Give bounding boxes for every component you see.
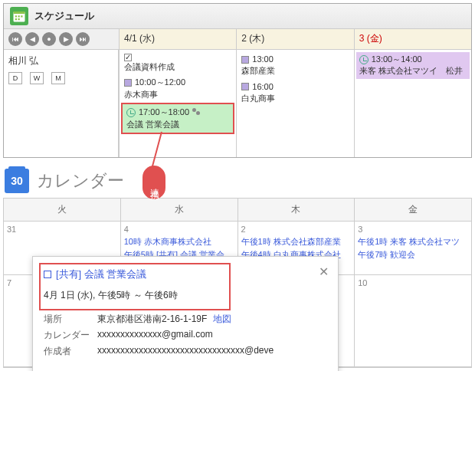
svg-rect-4 [21, 15, 22, 17]
event-item[interactable]: 13:00 森部産業 [238, 52, 352, 79]
calendar-cell[interactable]: 10 [355, 275, 471, 366]
event-title: 会議資料作成 [124, 61, 231, 73]
event-title: 森部産業 [241, 65, 349, 77]
cell-date: 10 [358, 278, 468, 287]
popup-creator-row: 作成者 xxxxxxxxxxxxxxxxxxxxxxxxxxxxxxxx@dev… [44, 345, 327, 358]
nav-next-icon[interactable]: ▶ [59, 32, 73, 46]
popup-calendar-label: カレンダー [44, 329, 97, 342]
cell-event[interactable]: 午後1時 来客 株式会社マツ [358, 235, 468, 248]
popup-time: 4月 1日 (水), 午後5時 ～ 午後6時 [44, 289, 327, 302]
day-col-wed: 会議資料作成 10:00～12:00 赤木商事 17:00～18:00 会議 営… [119, 50, 236, 157]
square-icon [241, 83, 249, 90]
event-item[interactable]: 会議資料作成 [121, 52, 234, 74]
day-header-thu: 2 (木) [236, 29, 353, 49]
popup-location-row: 場所 東京都港区港南2-16-1-19F地図 [44, 313, 327, 326]
view-week-button[interactable]: W [30, 72, 44, 84]
connector-badge: 連携 [142, 166, 165, 199]
nav-first-icon[interactable]: ⏮ [8, 32, 22, 46]
popup-creator-value: xxxxxxxxxxxxxxxxxxxxxxxxxxxxxxxx@deve [97, 345, 274, 358]
nav-prev-icon[interactable]: ◀ [25, 32, 39, 46]
view-day-button[interactable]: D [8, 72, 22, 84]
svg-rect-2 [15, 15, 17, 17]
event-time: 13:00 [252, 54, 274, 65]
cal-header-tue: 火 [4, 199, 121, 221]
close-icon[interactable]: ✕ [319, 264, 329, 279]
day-header-wed: 4/1 (水) [119, 29, 236, 49]
nav-buttons: ⏮ ◀ ● ▶ ⏭ [4, 29, 119, 49]
event-title: 白丸商事 [241, 93, 349, 104]
view-month-button[interactable]: M [51, 72, 65, 84]
cell-date: 31 [7, 225, 117, 234]
day-header-fri: 3 (金) [354, 29, 471, 49]
square-icon [44, 271, 51, 278]
event-time: 10:00～12:00 [135, 77, 185, 88]
day-columns: 会議資料作成 10:00～12:00 赤木商事 17:00～18:00 会議 営… [119, 50, 471, 157]
user-column: 相川 弘 D W M [4, 50, 119, 157]
popup-calendar-row: カレンダー xxxxxxxxxxxxxx@gmail.com [44, 329, 327, 342]
popup-header: [共有] 会議 営業会議 [44, 268, 327, 281]
calendar-day-headers: 火 水 木 金 [4, 199, 471, 222]
calendar-title: カレンダー [37, 169, 124, 192]
calendar-header: 30 カレンダー [3, 164, 472, 198]
cal-header-thu: 木 [238, 199, 355, 221]
schedule-header: スケジュール [4, 4, 471, 29]
popup-location-label: 場所 [44, 313, 97, 326]
popup-title[interactable]: [共有] 会議 営業会議 [56, 268, 146, 281]
view-buttons: D W M [8, 72, 113, 84]
event-item[interactable]: 10:00～12:00 赤木商事 [121, 75, 234, 102]
event-title: 来客 株式会社マツイ 松井 [359, 65, 467, 77]
clock-icon [359, 55, 369, 64]
popup-location-value: 東京都港区港南2-16-1-19F地図 [97, 313, 231, 326]
event-time: 13:00～14:00 [372, 54, 422, 65]
schedule-panel: スケジュール ⏮ ◀ ● ▶ ⏭ 4/1 (水) 2 (木) 3 (金) 相川 … [3, 3, 472, 158]
people-icon [192, 108, 201, 117]
square-icon [124, 79, 132, 87]
schedule-app-icon [10, 7, 28, 25]
event-time: 16:00 [252, 81, 274, 93]
cell-date: 4 [124, 225, 234, 234]
svg-rect-6 [18, 18, 20, 20]
cal-header-fri: 金 [355, 199, 471, 221]
event-item[interactable]: 16:00 白丸商事 [238, 80, 352, 107]
day-col-fri: 13:00～14:00 来客 株式会社マツイ 松井 [354, 50, 471, 157]
nav-today-icon[interactable]: ● [42, 32, 56, 46]
event-item-highlighted[interactable]: 17:00～18:00 会議 営業会議 [121, 103, 234, 134]
day-col-thu: 13:00 森部産業 16:00 白丸商事 [236, 50, 353, 157]
event-item[interactable]: 13:00～14:00 来客 株式会社マツイ 松井 [356, 52, 470, 79]
cell-event[interactable]: 10時 赤木商事株式会社 [124, 235, 234, 248]
square-icon [241, 56, 249, 64]
schedule-body: 相川 弘 D W M 会議資料作成 10:00～12:00 赤木商事 17:00… [4, 50, 471, 157]
schedule-title: スケジュール [34, 9, 94, 23]
calendar-cell[interactable]: 3 午後1時 来客 株式会社マツ 午後7時 歓迎会 [355, 222, 471, 274]
cal-header-wed: 水 [121, 199, 238, 221]
check-icon [124, 54, 132, 61]
cell-event[interactable]: 午後1時 株式会社森部産業 [241, 235, 352, 248]
svg-rect-3 [18, 15, 20, 17]
popup-creator-label: 作成者 [44, 345, 97, 358]
cell-date: 3 [358, 225, 468, 234]
calendar-icon: 30 [5, 169, 29, 193]
cell-date: 2 [241, 225, 352, 234]
map-link[interactable]: 地図 [213, 314, 231, 324]
event-title: 会議 営業会議 [126, 119, 229, 130]
user-name: 相川 弘 [8, 54, 113, 67]
event-title: 赤木商事 [124, 89, 231, 100]
nav-last-icon[interactable]: ⏭ [76, 32, 90, 46]
nav-row: ⏮ ◀ ● ▶ ⏭ 4/1 (水) 2 (木) 3 (金) [4, 29, 471, 50]
svg-rect-1 [14, 11, 25, 14]
clock-icon [126, 108, 136, 117]
day-headers: 4/1 (水) 2 (木) 3 (金) [119, 29, 471, 49]
cell-event[interactable]: 午後7時 歓迎会 [358, 248, 468, 261]
popup-calendar-value: xxxxxxxxxxxxxx@gmail.com [97, 329, 213, 342]
svg-rect-5 [15, 18, 17, 20]
event-popup: ✕ [共有] 会議 営業会議 4月 1日 (水), 午後5時 ～ 午後6時 場所… [32, 256, 339, 371]
event-time: 17:00～18:00 [139, 107, 189, 118]
